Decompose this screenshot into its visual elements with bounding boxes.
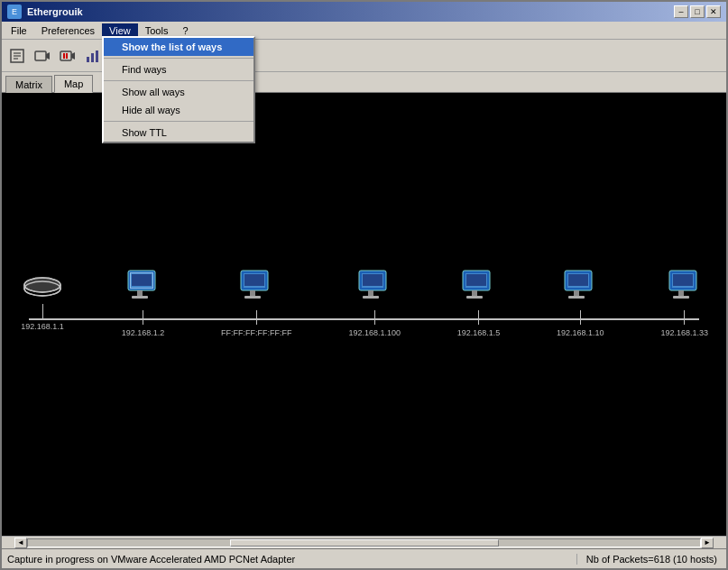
scrollbar-track[interactable] xyxy=(27,538,701,547)
network-nodes: 192.168.1.1 192.168.1.2 xyxy=(20,269,708,337)
node-router: 192.168.1.1 xyxy=(20,269,65,331)
router-label: 192.168.1.1 xyxy=(21,322,64,331)
svg-rect-50 xyxy=(673,296,689,299)
host7-connector xyxy=(684,310,685,325)
menu-item-show-all-ways[interactable]: Show all ways xyxy=(104,83,253,101)
computer-icon-4 xyxy=(355,269,393,307)
router-icon xyxy=(20,269,65,300)
scrollbar-left-btn[interactable]: ◄ xyxy=(14,538,27,548)
menu-file[interactable]: File xyxy=(4,23,34,38)
node-host3: FF:FF:FF:FF:FF:FF xyxy=(221,269,291,337)
svg-rect-11 xyxy=(91,53,94,62)
separator-1 xyxy=(104,58,253,59)
title-bar-controls: – □ ✕ xyxy=(674,5,721,18)
menu-item-show-ttl[interactable]: Show TTL xyxy=(104,124,253,142)
host4-label: 192.168.1.100 xyxy=(348,328,401,337)
scrollbar-right-btn[interactable]: ► xyxy=(701,538,714,548)
menu-item-hide-all-ways[interactable]: Hide all ways xyxy=(104,101,253,119)
svg-rect-39 xyxy=(472,290,477,296)
node-host6: 192.168.1.10 xyxy=(557,269,604,337)
status-bar: Capture in progress on VMware Accelerate… xyxy=(2,548,726,568)
router-connector xyxy=(42,304,43,318)
computer-icon-5 xyxy=(459,269,497,307)
svg-rect-45 xyxy=(568,296,585,299)
svg-rect-49 xyxy=(678,290,684,296)
minimize-button[interactable]: – xyxy=(674,5,688,18)
host2-label: 192.168.1.2 xyxy=(122,328,165,337)
svg-rect-28 xyxy=(244,274,264,286)
svg-rect-9 xyxy=(66,53,68,59)
svg-rect-43 xyxy=(568,274,588,286)
toolbar-icon-1 xyxy=(9,48,25,64)
svg-rect-12 xyxy=(96,51,98,62)
svg-rect-21 xyxy=(137,290,143,296)
svg-rect-35 xyxy=(363,296,379,299)
toolbar-btn-3[interactable] xyxy=(56,44,79,68)
svg-rect-33 xyxy=(363,274,382,286)
computer-icon-7 xyxy=(666,269,704,307)
svg-rect-29 xyxy=(250,290,255,296)
svg-rect-40 xyxy=(466,296,483,299)
host3-label: FF:FF:FF:FF:FF:FF xyxy=(221,328,291,337)
svg-rect-22 xyxy=(132,296,148,299)
tab-matrix[interactable]: Matrix xyxy=(5,76,52,93)
view-dropdown: Show the list of ways Find ways Show all… xyxy=(102,36,255,143)
close-button[interactable]: ✕ xyxy=(706,5,721,18)
svg-rect-30 xyxy=(244,296,261,299)
svg-rect-4 xyxy=(35,51,46,60)
window-title: Ethergrouik xyxy=(27,6,83,17)
host2-connector xyxy=(143,310,143,325)
node-host5: 192.168.1.5 xyxy=(457,269,501,337)
toolbar-icon-2 xyxy=(34,48,51,64)
host4-connector xyxy=(374,310,375,325)
svg-rect-25 xyxy=(132,274,152,286)
host5-label: 192.168.1.5 xyxy=(457,328,501,337)
svg-rect-34 xyxy=(368,290,373,296)
node-host7: 192.168.1.33 xyxy=(660,269,708,337)
svg-rect-10 xyxy=(87,57,89,62)
menu-preferences[interactable]: Preferences xyxy=(34,23,102,38)
host5-connector xyxy=(478,310,479,325)
main-canvas: 192.168.1.1 192.168.1.2 xyxy=(2,93,726,536)
host6-label: 192.168.1.10 xyxy=(557,328,604,337)
host3-connector xyxy=(256,310,257,325)
menu-item-show-list-ways[interactable]: Show the list of ways xyxy=(104,38,253,56)
svg-rect-8 xyxy=(63,53,65,59)
toolbar-icon-3 xyxy=(60,48,76,64)
separator-2 xyxy=(104,80,253,81)
node-host2: 192.168.1.2 xyxy=(122,269,165,337)
tab-map[interactable]: Map xyxy=(54,75,93,93)
computer-icon-6 xyxy=(561,269,599,307)
node-host4: 192.168.1.100 xyxy=(348,269,401,337)
host7-label: 192.168.1.33 xyxy=(660,328,708,337)
toolbar-btn-2[interactable] xyxy=(31,44,54,68)
menu-view-container: View Show the list of ways Find ways Sho… xyxy=(102,25,138,36)
menu-item-find-ways[interactable]: Find ways xyxy=(104,60,253,78)
title-bar-left: E Ethergrouik xyxy=(7,5,83,19)
maximize-button[interactable]: □ xyxy=(690,5,705,18)
toolbar-icon-4 xyxy=(85,48,101,64)
host6-connector xyxy=(580,310,581,325)
svg-rect-48 xyxy=(673,274,693,286)
scrollbar-area: ◄ ► xyxy=(2,536,726,548)
title-bar: E Ethergrouik – □ ✕ xyxy=(2,2,726,22)
svg-rect-38 xyxy=(466,274,486,286)
computer-icon-3 xyxy=(237,269,275,307)
scrollbar-thumb[interactable] xyxy=(230,539,499,547)
separator-3 xyxy=(104,121,253,122)
computer-icon-2 xyxy=(124,269,162,307)
app-icon: E xyxy=(7,5,22,19)
status-left: Capture in progress on VMware Accelerate… xyxy=(2,554,577,565)
menu-bar: File Preferences View Show the list of w… xyxy=(2,22,726,40)
toolbar-btn-1[interactable] xyxy=(5,44,29,68)
svg-rect-44 xyxy=(574,290,579,296)
main-window: E Ethergrouik – □ ✕ File Preferences Vie… xyxy=(0,0,728,570)
status-right: Nb of Packets=618 (10 hosts) xyxy=(577,554,726,565)
